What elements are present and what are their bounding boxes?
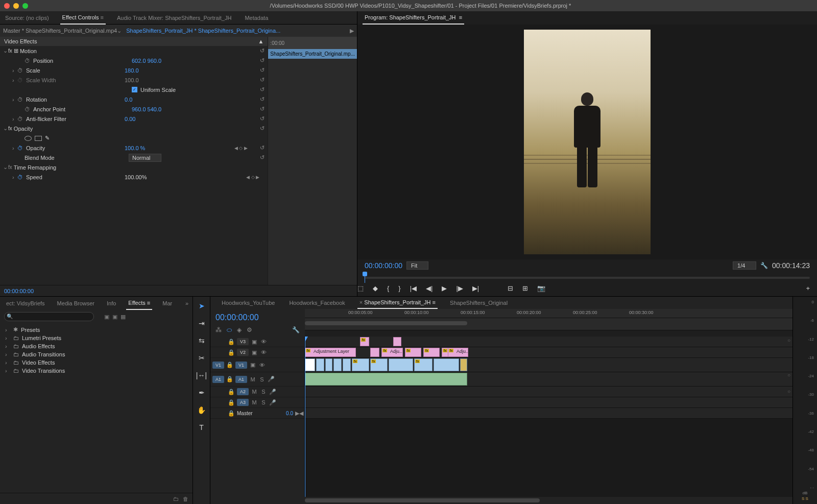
program-tab[interactable]: Program: ShapeShifters_Portrait_JH ≡ [363,11,464,25]
lock-icon[interactable]: 🔒 [228,399,235,406]
track-zoom-handle[interactable]: ○ [787,372,790,378]
timeline-clip[interactable]: fx [423,348,440,357]
markers-tab[interactable]: Mar [160,297,174,309]
reset-icon[interactable]: ↺ [260,67,265,74]
effects-tree-item[interactable]: ›🗀Audio Transitions [0,350,193,358]
expand-icon[interactable]: › [12,174,17,180]
stopwatch-icon[interactable]: ⏱ [25,106,30,112]
lock-icon[interactable]: 🔒 [228,349,235,356]
play-icon[interactable]: ▶ [442,284,447,292]
in-point-icon[interactable]: { [387,284,389,292]
go-to-in-icon[interactable]: |◀ [410,284,417,292]
expand-icon[interactable]: ⌄ [3,164,8,171]
maximize-window-button[interactable] [22,3,28,9]
expand-icon[interactable]: ⌄ [3,125,8,132]
timeline-horizontal-scrollbar[interactable] [210,497,792,504]
sequence-tab[interactable]: Hoodworks_Facebook [287,297,347,308]
reset-icon[interactable]: ↺ [260,106,265,112]
new-bin-icon[interactable]: 🗀 [173,496,179,502]
selection-tool-icon[interactable]: ➤ [197,300,207,312]
lock-icon[interactable]: 🔒 [228,339,235,345]
solo-icon[interactable]: S [260,399,267,405]
program-timecode-left[interactable]: 00:00:00:00 [365,261,402,270]
media-browser-tab[interactable]: Media Browser [55,297,97,309]
fx-badge-icon[interactable]: ▣ [104,314,109,320]
blend-mode-select[interactable]: Normal [129,154,161,162]
step-forward-icon[interactable]: |▶ [456,284,463,292]
track-zoom-handle[interactable]: ○ [787,338,790,343]
panel-menu-icon[interactable]: ≡ [459,14,462,20]
timeline-clip[interactable] [305,358,315,371]
timeline-playhead[interactable] [305,337,305,497]
project-tab[interactable]: ect: VidsyBriefs [4,297,47,309]
zoom-select[interactable]: 1/4 [733,261,756,270]
keyframe-nav[interactable]: ◀ ◇ ▶ [246,175,259,180]
eye-icon[interactable]: 👁 [260,349,267,355]
effects-tree-item[interactable]: ›✱Presets [0,325,193,334]
source-patch[interactable]: A1 [212,376,224,383]
panel-menu-icon[interactable]: ≡ [147,300,150,306]
source-patch[interactable]: V1 [212,362,224,369]
reset-icon[interactable]: ↺ [260,145,265,151]
overflow-icon[interactable]: » [185,300,188,306]
effects-tree-item[interactable]: ›🗀Video Effects [0,358,193,367]
timeline-clip[interactable]: fx [414,358,432,371]
delete-icon[interactable]: 🗑 [183,496,188,502]
timeline-clip[interactable] [393,337,401,346]
timeline-clip[interactable] [434,358,459,371]
track-target[interactable]: A3 [237,399,249,406]
effects-tree-item[interactable]: ›🗀Video Transitions [0,367,193,375]
toggle-output-icon[interactable]: ▣ [251,339,258,345]
play-icon[interactable]: ▶ [350,28,354,34]
program-viewer[interactable] [357,25,817,259]
stopwatch-icon[interactable]: ⏱ [17,174,23,180]
opacity-effect-label[interactable]: Opacity [14,126,33,132]
expand-icon[interactable]: ⌄ [3,47,8,54]
timeline-timecode[interactable]: 00:00:00:00 [215,313,259,322]
rotation-value[interactable]: 0.0 [125,97,227,103]
timeline-clip[interactable]: fx [370,358,388,371]
wrench-icon[interactable]: 🔧 [760,262,768,269]
expand-icon[interactable]: › [12,97,17,103]
scrollbar-thumb[interactable] [305,498,540,502]
expand-icon[interactable]: › [12,116,17,122]
timeline-tracks-area[interactable]: fx fxAdjustment Layer fxAdju... fx fx fx… [305,337,792,497]
fx-badge-icon[interactable]: fx [8,126,12,131]
reset-icon[interactable]: ↺ [260,115,265,122]
track-target[interactable]: A1 [235,376,247,383]
solo-icon[interactable]: S [260,389,267,395]
effect-controls-tab[interactable]: Effect Controls ≡ [60,11,106,25]
expand-icon[interactable]: › [12,67,17,74]
effects-tree-item[interactable]: ›🗀Audio Effects [0,342,193,350]
timeline-audio-clip[interactable] [305,373,467,386]
snap-icon[interactable]: ⁂ [215,326,222,333]
lock-icon[interactable]: 🔒 [226,362,233,368]
uniform-scale-checkbox[interactable]: ✓ [132,87,137,92]
stopwatch-icon[interactable]: ⏱ [17,116,23,122]
expand-icon[interactable]: › [12,145,17,151]
effects-tree-item[interactable]: ›🗀Lumetri Presets [0,334,193,342]
effects-search-input[interactable] [4,312,94,321]
effects-tab[interactable]: Effects ≡ [126,297,152,310]
mute-icon[interactable]: M [249,376,256,382]
meter-solo-buttons[interactable]: S S [795,496,815,501]
marker-icon[interactable]: ◆ [373,284,378,292]
linked-selection-icon[interactable]: ⬭ [227,326,232,333]
reset-icon[interactable]: ↺ [260,47,265,54]
pen-mask-icon[interactable]: ✎ [45,135,50,141]
type-tool-icon[interactable]: T [197,421,206,434]
track-target[interactable]: V2 [237,349,249,356]
ec-footer-timecode[interactable]: 00:00:00:00 [4,288,34,294]
yuv-badge-icon[interactable]: ▦ [121,314,126,320]
speed-value[interactable]: 100.00% [125,174,227,180]
reset-icon[interactable]: ↺ [260,154,265,161]
reset-icon[interactable]: ↺ [260,125,265,132]
voiceover-icon[interactable]: 🎤 [268,376,275,382]
section-toggle-icon[interactable]: ▲ [258,38,263,44]
chevron-down-icon[interactable]: ⌄ [117,28,122,34]
toggle-output-icon[interactable]: ▣ [249,362,256,368]
motion-effect-label[interactable]: Motion [20,48,37,54]
timeline-clip[interactable]: fxAdju... [448,348,468,357]
eye-icon[interactable]: 👁 [258,362,266,368]
fx-badge-icon[interactable]: ▣ [112,314,117,320]
